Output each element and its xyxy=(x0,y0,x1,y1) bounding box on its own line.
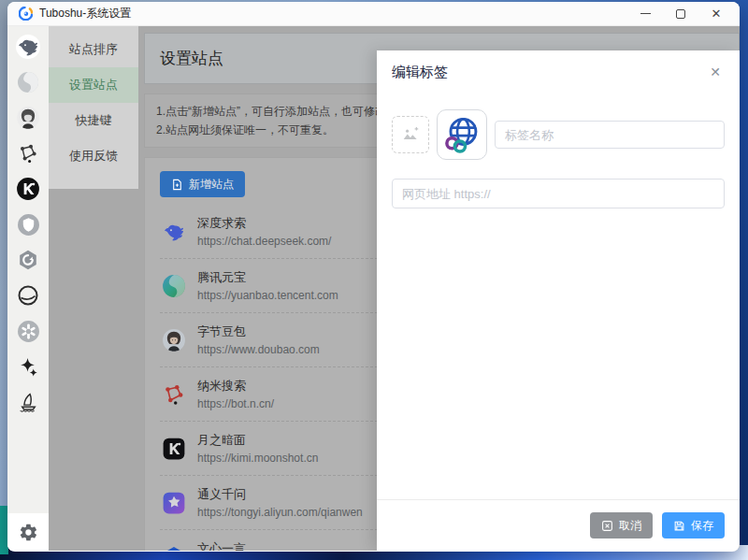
app-icon-rail xyxy=(7,26,49,551)
wenxin-cube-icon xyxy=(162,545,186,552)
rail-item-sparkle[interactable] xyxy=(16,354,40,379)
chosen-icon-box[interactable] xyxy=(437,109,487,160)
rail-item-nami[interactable] xyxy=(16,141,40,165)
rail-item-wenxin[interactable] xyxy=(16,248,40,272)
yuanbao-swirl-icon xyxy=(17,71,39,93)
drawer-header: 编辑标签 ✕ xyxy=(377,50,740,91)
nami-network-icon xyxy=(17,142,39,165)
drawer-title: 编辑标签 xyxy=(392,64,448,81)
doubao-avatar-icon xyxy=(16,106,40,130)
globe-link-icon xyxy=(441,116,482,154)
cancel-x-icon xyxy=(601,520,613,532)
rail-settings-active[interactable] xyxy=(7,513,49,551)
add-site-button[interactable]: 新增站点 xyxy=(160,171,245,197)
yuanbao-swirl-icon xyxy=(162,274,186,298)
app-logo-icon xyxy=(19,7,33,21)
close-window-button[interactable]: ✕ xyxy=(710,7,723,21)
rail-item-kimi[interactable] xyxy=(16,177,40,201)
drawer-body xyxy=(377,91,740,499)
window-controls: ✕ xyxy=(639,7,732,21)
deepseek-whale-icon xyxy=(16,35,40,59)
nav-item-site-setup[interactable]: 设置站点 xyxy=(49,67,138,103)
minimize-button[interactable] xyxy=(639,7,652,21)
settings-content: 站点排序 设置站点 快捷键 使用反馈 设置站点 1.点击“新增站点”，可自行添加… xyxy=(49,26,740,551)
tongyi-star-icon xyxy=(162,491,186,515)
rail-item-swirl-ring[interactable] xyxy=(16,283,40,308)
maximize-button[interactable] xyxy=(674,7,687,21)
cancel-button[interactable]: 取消 xyxy=(590,512,653,538)
kimi-k-icon xyxy=(162,437,186,461)
nav-item-site-sort[interactable]: 站点排序 xyxy=(49,32,138,67)
drawer-close-icon[interactable]: ✕ xyxy=(706,63,725,81)
image-upload-icon xyxy=(400,124,421,145)
label-name-input[interactable] xyxy=(495,121,725,149)
doubao-avatar-icon xyxy=(162,328,186,352)
web-address-input[interactable] xyxy=(392,179,725,208)
kimi-k-icon xyxy=(16,177,40,201)
icon-upload-box[interactable] xyxy=(392,116,429,153)
save-floppy-icon xyxy=(673,520,685,532)
edit-label-drawer: 编辑标签 ✕ xyxy=(377,50,740,551)
nami-network-icon xyxy=(162,382,186,407)
settings-nav: 站点排序 设置站点 快捷键 使用反馈 xyxy=(49,26,138,551)
nav-item-shortcuts[interactable]: 快捷键 xyxy=(49,103,138,138)
add-document-icon xyxy=(171,179,183,191)
swirl-ring-icon xyxy=(17,284,39,307)
openai-knot-icon xyxy=(17,320,40,343)
window-title: Tuboshu-系统设置 xyxy=(39,6,131,22)
rail-item-sailboat[interactable] xyxy=(16,390,40,414)
rail-item-doubao[interactable] xyxy=(16,106,40,130)
rail-item-shield[interactable] xyxy=(16,212,40,237)
shield-badge-icon xyxy=(17,213,40,237)
sparkle-icon xyxy=(18,356,39,378)
rail-item-yuanbao[interactable] xyxy=(16,70,40,94)
gear-icon xyxy=(19,523,38,542)
sailboat-icon xyxy=(17,391,40,414)
titlebar: Tuboshu-系统设置 ✕ xyxy=(7,2,740,26)
nav-item-feedback[interactable]: 使用反馈 xyxy=(49,138,138,174)
rail-item-deepseek[interactable] xyxy=(16,35,40,59)
deepseek-whale-icon xyxy=(162,220,186,244)
rail-item-openai[interactable] xyxy=(16,319,40,343)
wenxin-cube-icon xyxy=(17,249,39,271)
app-window: Tuboshu-系统设置 ✕ xyxy=(7,2,740,552)
drawer-footer: 取消 保存 xyxy=(377,499,740,551)
save-button[interactable]: 保存 xyxy=(662,512,725,538)
